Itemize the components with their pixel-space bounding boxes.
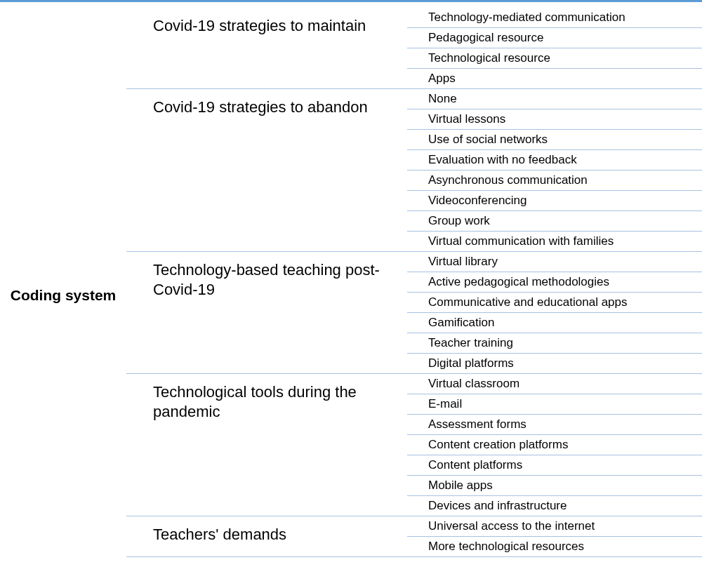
category-label: Technology-based teaching post-Covid-19 — [126, 252, 407, 373]
item: Teacher training — [407, 333, 702, 353]
items-column: Virtual classroom E-mail Assessment form… — [407, 374, 702, 516]
item: Apps — [407, 68, 702, 88]
item: Gamification — [407, 312, 702, 333]
root-label: Coding system — [11, 287, 117, 304]
item: Technological resource — [407, 48, 702, 68]
items-column: Virtual library Active pedagogical metho… — [407, 252, 702, 373]
items-column: Universal access to the internet More te… — [407, 516, 702, 556]
item: E-mail — [407, 394, 702, 414]
category-label: Covid-19 strategies to abandon — [126, 89, 407, 251]
category-row: Teachers' demands Universal access to th… — [126, 516, 702, 557]
category-row: Covid-19 strategies to abandon None Virt… — [126, 88, 702, 251]
category-row: Covid-19 strategies to maintain Technolo… — [126, 8, 702, 88]
category-row: Technology-based teaching post-Covid-19 … — [126, 251, 702, 373]
item: Digital platforms — [407, 353, 702, 373]
item: Asynchronous communication — [407, 170, 702, 190]
item: Content creation platforms — [407, 434, 702, 455]
item: Group work — [407, 211, 702, 231]
item: Pedagogical resource — [407, 27, 702, 48]
item: Virtual library — [407, 252, 702, 272]
item: Communicative and educational apps — [407, 292, 702, 312]
item: Devices and infrastructure — [407, 495, 702, 516]
categories-column: Covid-19 strategies to maintain Technolo… — [126, 2, 702, 588]
item: Content platforms — [407, 455, 702, 475]
item: Technology-mediated communication — [407, 8, 702, 27]
category-row: Technological tools during the pandemic … — [126, 373, 702, 516]
category-label: Covid-19 strategies to maintain — [126, 8, 407, 88]
item: Use of social networks — [407, 129, 702, 149]
items-column: None Virtual lessons Use of social netwo… — [407, 89, 702, 251]
items-column: Technology-mediated communication Pedago… — [407, 8, 702, 88]
category-label: Teachers' demands — [126, 516, 407, 556]
item: Active pedagogical methodologies — [407, 272, 702, 292]
item: Mobile apps — [407, 475, 702, 495]
item: Videoconferencing — [407, 190, 702, 211]
coding-system-diagram: Coding system Covid-19 strategies to mai… — [0, 0, 702, 588]
item: Universal access to the internet — [407, 516, 702, 536]
item: None — [407, 89, 702, 109]
item: Virtual lessons — [407, 109, 702, 129]
category-label: Technological tools during the pandemic — [126, 374, 407, 516]
item: Evaluation with no feedback — [407, 149, 702, 170]
item: Virtual classroom — [407, 374, 702, 394]
root-column: Coding system — [0, 2, 126, 588]
item: More technological resources — [407, 536, 702, 556]
item: Assessment forms — [407, 414, 702, 434]
item: Virtual communication with families — [407, 231, 702, 251]
